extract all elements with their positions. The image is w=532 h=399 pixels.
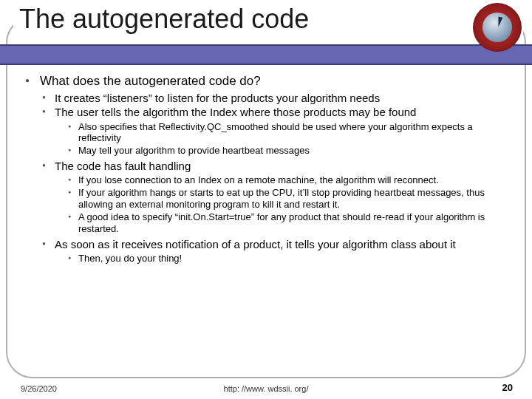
bullet-text: The code has fault handling	[55, 160, 191, 172]
bullet-text: May tell your algorithm to provide heart…	[78, 145, 310, 156]
bullet-level3: A good idea to specify “init.On.Start=tr…	[66, 211, 508, 235]
bullet-text: Then, you do your thing!	[78, 253, 182, 264]
bullet-level2: The code has fault handling If you lose …	[40, 160, 508, 235]
logo-ring	[473, 3, 522, 52]
bullet-text: If your algorithm hangs or starts to eat…	[78, 187, 485, 210]
title-area: The autogenerated code	[13, 4, 523, 37]
bullet-level3: Then, you do your thing!	[66, 253, 508, 265]
bullet-text: Also specifies that Reflectivity.QC_smoo…	[78, 121, 473, 144]
bullet-level2: It creates “listeners” to listen for the…	[40, 92, 508, 105]
bullet-level3: Also specifies that Reflectivity.QC_smoo…	[66, 121, 508, 145]
content-body: What does the autogenerated code do? It …	[25, 74, 508, 267]
bullet-text: What does the autogenerated code do?	[40, 74, 261, 88]
bullet-level3: If your algorithm hangs or starts to eat…	[66, 187, 508, 211]
bullet-level2: The user tells the algorithm the Index w…	[40, 106, 508, 157]
lightning-icon	[497, 17, 503, 28]
accent-bar	[0, 44, 532, 65]
bullet-text: It creates “listeners” to listen for the…	[55, 92, 380, 104]
page-number: 20	[502, 382, 513, 393]
bullet-level1: What does the autogenerated code do? It …	[25, 74, 508, 265]
logo-globe	[482, 13, 512, 42]
bullet-text: If you lose connection to an Index on a …	[78, 174, 439, 185]
bullet-text: A good idea to specify “init.On.Start=tr…	[78, 211, 485, 234]
slide: The autogenerated code What does the aut…	[0, 0, 532, 399]
bullet-level2: As soon as it receives notification of a…	[40, 238, 508, 265]
bullet-level3: If you lose connection to an Index on a …	[66, 174, 508, 186]
bullet-text: As soon as it receives notification of a…	[55, 238, 456, 250]
slide-title: The autogenerated code	[19, 4, 517, 34]
nssl-logo	[473, 3, 522, 52]
bullet-level3: May tell your algorithm to provide heart…	[66, 145, 508, 157]
bullet-text: The user tells the algorithm the Index w…	[55, 106, 416, 118]
footer-url: http: //www. wdssii. org/	[0, 384, 532, 393]
